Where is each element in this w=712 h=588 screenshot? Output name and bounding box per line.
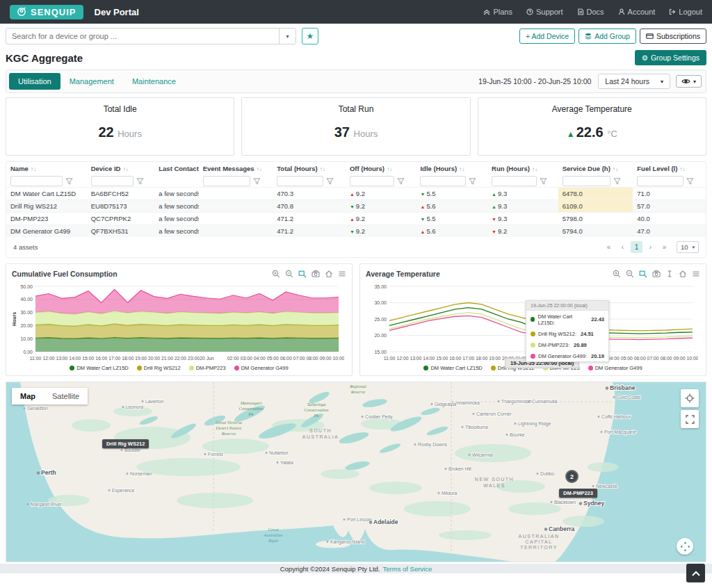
menu-icon[interactable] (692, 270, 700, 278)
funnel-icon[interactable] (253, 178, 261, 185)
device-cluster-marker[interactable]: 2 (565, 470, 578, 483)
search-dropdown-caret[interactable]: ▾ (279, 28, 296, 44)
funnel-icon[interactable] (686, 178, 694, 185)
page-1-button[interactable]: 1 (631, 241, 642, 253)
tab-maintenance[interactable]: Maintenance (123, 73, 185, 90)
funnel-icon[interactable] (397, 178, 405, 185)
column-header[interactable]: Total (Hours)↑↓ (273, 162, 346, 173)
camera-icon[interactable] (652, 270, 661, 278)
zoom-in-icon[interactable] (613, 270, 621, 278)
legend-item[interactable]: DM-PMP223 (189, 365, 226, 371)
column-header[interactable]: Run (Hours)↑↓ (487, 162, 558, 173)
filter-input[interactable] (563, 176, 610, 186)
funnel-icon[interactable] (613, 178, 621, 185)
zoom-out-icon[interactable] (626, 270, 634, 278)
page-last-button[interactable]: » (658, 241, 670, 253)
funnel-icon[interactable] (65, 178, 73, 185)
search-input[interactable] (6, 32, 279, 40)
column-header[interactable]: Fuel Level (l)↑↓ (633, 162, 706, 173)
map-type-map-button[interactable]: Map (12, 388, 44, 405)
home-icon[interactable] (679, 270, 687, 278)
senquip-logo[interactable]: SENQUIP (10, 5, 83, 19)
nav-support[interactable]: Support (526, 8, 563, 16)
favourite-button[interactable]: ★ (302, 28, 318, 44)
filter-input[interactable] (637, 176, 683, 186)
map-locate-devices-button[interactable] (681, 389, 699, 407)
nav-plans[interactable]: Plans (483, 8, 512, 16)
add-group-button[interactable]: Add Group (578, 28, 636, 44)
camera-icon[interactable] (312, 270, 320, 278)
box-zoom-icon[interactable] (298, 270, 307, 278)
column-header[interactable]: Device ID↑↓ (87, 162, 155, 173)
zoom-in-icon[interactable] (272, 270, 280, 278)
map-canvas[interactable]: GeraldtonLeonoraLavertonBoulderNorsemanP… (6, 382, 706, 562)
nav-logout[interactable]: Logout (669, 8, 702, 16)
axes-icon[interactable] (665, 270, 674, 278)
map-city-dot (473, 413, 475, 415)
legend-item[interactable]: DM Water Cart LZ15D (70, 365, 128, 371)
fuel-level-cell: 57.0 (633, 200, 706, 213)
column-header[interactable]: Off (Hours)↑↓ (346, 162, 416, 173)
tab-utilisation[interactable]: Utilisation (9, 73, 60, 90)
filter-input[interactable] (91, 176, 134, 186)
sort-icon[interactable]: ↑↓ (613, 166, 618, 172)
filter-input[interactable] (203, 176, 250, 186)
column-header[interactable]: Name↑↓ (6, 162, 87, 173)
sort-icon[interactable]: ↑↓ (31, 166, 36, 172)
filter-input[interactable] (492, 176, 537, 186)
table-row[interactable]: DM-PMP223QC7CPRPK2a few seconds ago471.2… (6, 213, 706, 225)
range-select[interactable]: Last 24 hours▾ (598, 74, 670, 89)
funnel-icon[interactable] (136, 178, 144, 185)
nav-account[interactable]: Account (618, 8, 656, 16)
subscriptions-button[interactable]: Subscriptions (640, 28, 706, 44)
fuel-chart-plot[interactable]: 0.0010.0020.0030.0040.0050.0011:0012:001… (10, 281, 344, 363)
device-marker[interactable]: DM-PMP223 (559, 489, 597, 498)
chevron-down-icon: ▾ (661, 79, 663, 85)
map-fullscreen-button[interactable] (681, 410, 699, 428)
column-header[interactable]: Service Due (h)↑↓ (558, 162, 633, 173)
table-row[interactable]: DM Generator G499QF7BXH531a few seconds … (6, 225, 706, 238)
funnel-icon[interactable] (469, 178, 476, 185)
sort-icon[interactable]: ↑↓ (459, 166, 464, 172)
device-marker[interactable]: Drill Rig WS212 (102, 439, 149, 448)
nav-docs[interactable]: Docs (577, 8, 604, 16)
funnel-icon[interactable] (540, 178, 547, 185)
table-row[interactable]: DM Water Cart LZ15DBA6BFCH52a few second… (6, 188, 706, 200)
terms-of-service-link[interactable]: Terms of Service (383, 565, 432, 573)
sort-icon[interactable]: ↑↓ (387, 166, 392, 172)
group-settings-button[interactable]: ⚙Group Settings (635, 50, 706, 65)
map-pan-control[interactable] (677, 538, 693, 555)
filter-input[interactable] (10, 176, 63, 186)
page-size-select[interactable]: 10▾ (677, 241, 699, 253)
legend-item[interactable]: DM Generator G499 (234, 365, 289, 371)
tab-management[interactable]: Management (60, 73, 123, 90)
legend-item[interactable]: Drill Rig WS212 (137, 365, 181, 371)
legend-item[interactable]: DM Generator G499 (588, 365, 642, 371)
funnel-icon[interactable] (326, 178, 334, 185)
sort-icon[interactable]: ↑↓ (532, 166, 537, 172)
sort-icon[interactable]: ↑↓ (257, 166, 262, 172)
filter-input[interactable] (350, 176, 395, 186)
legend-item[interactable]: DM Water Cart LZ15D (423, 365, 482, 371)
home-icon[interactable] (325, 270, 333, 278)
map-type-satellite-button[interactable]: Satellite (44, 388, 88, 405)
sort-icon[interactable]: ↑↓ (320, 166, 325, 172)
filter-input[interactable] (420, 176, 465, 186)
column-header[interactable]: Event Messages↑↓ (199, 162, 273, 173)
page-first-button[interactable]: « (603, 241, 615, 253)
page-next-button[interactable]: › (645, 241, 656, 253)
map-card[interactable]: GeraldtonLeonoraLavertonBoulderNorsemanP… (6, 382, 706, 562)
column-header[interactable]: Idle (Hours)↑↓ (416, 162, 487, 173)
table-row[interactable]: Drill Rig WS212EU8D75173a few seconds ag… (6, 200, 706, 213)
visibility-button[interactable]: ▾ (676, 75, 702, 88)
page-prev-button[interactable]: ‹ (617, 241, 629, 253)
column-header[interactable]: Last Contact↑↓ (154, 162, 198, 173)
sort-icon[interactable]: ↑↓ (679, 166, 685, 172)
zoom-out-icon[interactable] (285, 270, 293, 278)
scroll-to-top-button[interactable] (686, 564, 705, 582)
add-device-button[interactable]: + Add Device (519, 28, 575, 44)
menu-icon[interactable] (338, 270, 346, 278)
sort-icon[interactable]: ↑↓ (122, 166, 128, 172)
filter-input[interactable] (277, 176, 323, 186)
box-zoom-icon[interactable] (639, 270, 647, 278)
